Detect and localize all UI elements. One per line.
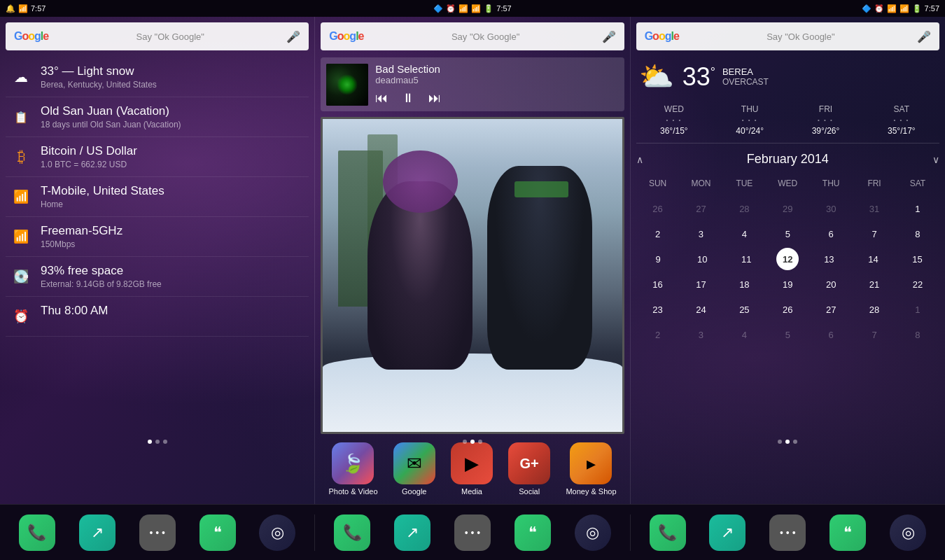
pause-button[interactable]: ⏸	[402, 91, 414, 106]
cal-day-13[interactable]: 13	[815, 248, 843, 270]
cal-day-23[interactable]: 23	[644, 298, 672, 321]
dot-left-3[interactable]	[163, 440, 167, 444]
next-button[interactable]: ⏭	[428, 91, 441, 106]
google-search-bar-left[interactable]: Google Say "Ok Google" 🎤	[6, 22, 309, 50]
cal-day-26[interactable]: 26	[774, 298, 802, 321]
dock-browser-center[interactable]: ↗	[394, 514, 430, 551]
folder-social[interactable]: G+ Social	[508, 442, 550, 496]
dot-right-1[interactable]	[778, 440, 782, 444]
cal-day-29a[interactable]: 29	[774, 197, 802, 220]
cal-day-6b[interactable]: 6	[817, 323, 845, 346]
cal-day-3[interactable]: 3	[687, 223, 715, 245]
cal-day-8[interactable]: 8	[904, 223, 932, 245]
folder-money[interactable]: ▸ Money & Shop	[566, 442, 616, 496]
forecast-thu: THU • • • 40°/24°	[736, 104, 764, 136]
cal-day-5[interactable]: 5	[774, 223, 802, 245]
cal-day-19[interactable]: 19	[774, 273, 802, 295]
cal-day-27a[interactable]: 27	[687, 197, 715, 220]
sat-temp: 35°/17°	[888, 126, 916, 136]
cal-day-28[interactable]: 28	[860, 298, 888, 321]
cal-day-2b[interactable]: 2	[644, 323, 672, 346]
dot-center-3[interactable]	[478, 440, 482, 444]
dock-apps-right[interactable]: • • •	[769, 514, 806, 551]
cal-day-31a[interactable]: 31	[860, 197, 888, 220]
thu-temp: 40°/24°	[736, 126, 764, 136]
mic-icon-right[interactable]: 🎤	[917, 30, 931, 43]
mic-icon-left[interactable]: 🎤	[286, 30, 300, 43]
dock-hangouts-left[interactable]: ❝	[200, 514, 236, 551]
cal-day-8b[interactable]: 8	[904, 323, 932, 346]
dot-left-2[interactable]	[155, 440, 160, 444]
bitcoin-main: Bitcoin / US Dollar	[41, 144, 306, 158]
folder-media[interactable]: ▶ Media	[451, 442, 493, 496]
apps-icon-left: • • •	[149, 527, 164, 538]
cal-day-4b[interactable]: 4	[730, 323, 758, 346]
prev-button[interactable]: ⏮	[375, 91, 388, 106]
cal-day-3b[interactable]: 3	[687, 323, 715, 346]
calendar-next[interactable]: ∨	[932, 154, 939, 165]
cal-sat: SAT	[904, 172, 932, 195]
main-content: Google Say "Ok Google" 🎤 ☁ 33° — Light s…	[0, 17, 945, 504]
cal-week-2: 9 10 11 12 13 14 15	[636, 248, 939, 270]
cal-day-20[interactable]: 20	[817, 273, 845, 295]
dot-left-1[interactable]	[148, 440, 152, 444]
cal-day-14[interactable]: 14	[859, 248, 887, 270]
cal-day-2[interactable]: 2	[644, 223, 672, 245]
calendar-prev[interactable]: ∧	[636, 154, 643, 165]
cal-day-1[interactable]: 1	[904, 197, 932, 220]
cal-day-5b[interactable]: 5	[774, 323, 802, 346]
cal-day-17[interactable]: 17	[687, 273, 715, 295]
mic-icon-center[interactable]: 🎤	[602, 30, 616, 43]
dot-right-2[interactable]	[785, 440, 790, 444]
cal-day-12-today[interactable]: 12	[776, 248, 799, 270]
weather-right-temp: 33°	[682, 62, 715, 92]
dock-apps-left[interactable]: • • •	[139, 514, 176, 551]
cal-day-25[interactable]: 25	[730, 298, 758, 321]
dock-browser-right[interactable]: ↗	[709, 514, 746, 551]
google-search-bar-right[interactable]: Google Say "Ok Google" 🎤	[636, 22, 939, 50]
cal-day-9[interactable]: 9	[644, 248, 672, 270]
dock-hangouts-right[interactable]: ❝	[830, 514, 866, 551]
cal-day-28a[interactable]: 28	[730, 197, 758, 220]
google-search-bar-center[interactable]: Google Say "Ok Google" 🎤	[321, 22, 624, 50]
cal-day-10[interactable]: 10	[688, 248, 716, 270]
cal-day-1b[interactable]: 1	[904, 298, 932, 321]
cal-day-27[interactable]: 27	[817, 298, 845, 321]
cal-day-7b[interactable]: 7	[860, 323, 888, 346]
dot-right-3[interactable]	[793, 440, 797, 444]
dock-phone-center[interactable]: 📞	[334, 514, 370, 551]
music-info: Bad Selection deadmau5 ⏮ ⏸ ⏭	[375, 63, 618, 106]
dock-camera-center[interactable]: ◎	[575, 514, 611, 551]
cal-day-7[interactable]: 7	[860, 223, 888, 245]
dock-phone-left[interactable]: 📞	[19, 514, 55, 551]
storage-sub: External: 9.14GB of 9.82GB free	[41, 279, 306, 289]
forecast-fri: FRI • • • 39°/26°	[812, 104, 840, 136]
dock-camera-right[interactable]: ◎	[890, 514, 926, 551]
cal-day-22[interactable]: 22	[904, 273, 932, 295]
cal-day-11[interactable]: 11	[732, 248, 760, 270]
cal-day-4[interactable]: 4	[730, 223, 758, 245]
cal-day-30a[interactable]: 30	[817, 197, 845, 220]
dock-phone-right[interactable]: 📞	[650, 514, 686, 551]
dot-center-2[interactable]	[470, 440, 475, 444]
dock-browser-left[interactable]: ↗	[79, 514, 115, 551]
cal-day-16[interactable]: 16	[644, 273, 672, 295]
folder-photo-video[interactable]: 🍃 Photo & Video	[328, 442, 377, 496]
cal-day-26a[interactable]: 26	[644, 197, 672, 220]
cal-day-21[interactable]: 21	[860, 273, 888, 295]
folder-google[interactable]: ✉ Google	[393, 442, 435, 496]
fri-label: FRI	[819, 104, 832, 114]
panel-center: Google Say "Ok Google" 🎤 Bad Selection d…	[315, 17, 630, 504]
calendar-month-title: February 2014	[643, 152, 932, 167]
cal-day-24[interactable]: 24	[687, 298, 715, 321]
cal-day-15[interactable]: 15	[903, 248, 931, 270]
dock-hangouts-center[interactable]: ❝	[514, 514, 551, 551]
bitcoin-widget: ₿ Bitcoin / US Dollar 1.0 BTC = 662.92 U…	[6, 137, 309, 177]
cal-day-6[interactable]: 6	[817, 223, 845, 245]
signal-icon-widget: 📶	[8, 184, 34, 209]
dot-center-1[interactable]	[463, 440, 467, 444]
dock-camera-left[interactable]: ◎	[259, 514, 295, 551]
dock-apps-center[interactable]: • • •	[454, 514, 491, 551]
cal-day-18[interactable]: 18	[730, 273, 758, 295]
dock-panel-center: 📞 ↗ • • • ❝ ◎	[315, 514, 630, 551]
